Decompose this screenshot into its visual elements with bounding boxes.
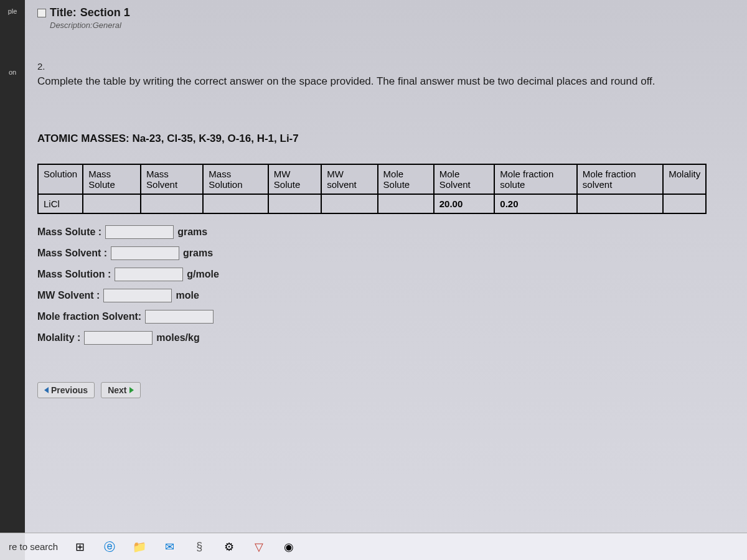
app-icon-2[interactable]: ▽ [251,539,267,555]
description-label: Description: [50,21,93,30]
label-mass-solution: Mass Solution : [37,269,111,280]
question-text: Complete the table by writing the correc… [37,74,735,89]
th-mole-solute: Mole Solute [378,164,434,194]
input-molality[interactable] [84,331,153,345]
table-row: LiCl 20.00 0.20 [38,194,706,213]
edge-icon[interactable]: ⓔ [101,539,118,555]
cell-molality[interactable] [663,194,706,213]
solution-table: Solution Mass Solute Mass Solvent Mass S… [37,164,707,214]
atomic-masses: ATOMIC MASSES: Na-23, Cl-35, K-39, O-16,… [37,133,735,145]
th-mass-solution: Mass Solution [203,164,268,194]
cell-mole-solvent: 20.00 [434,194,495,213]
file-explorer-icon[interactable]: 📁 [131,539,148,555]
cell-mw-solute[interactable] [268,194,321,213]
arrow-left-icon [44,387,49,393]
nav-buttons: Previous Next [37,382,735,398]
chrome-icon[interactable]: ◉ [281,539,297,555]
th-mw-solute: MW Solute [268,164,321,194]
question-number: 2. [37,61,735,72]
unit-mw-solvent: mole [176,290,199,301]
th-mass-solute: Mass Solute [83,164,141,194]
title-value: Section 1 [80,6,130,19]
cell-mf-solute: 0.20 [494,194,576,213]
label-mf-solvent: Mole fraction Solvent: [37,311,141,322]
input-mass-solute[interactable] [105,225,174,239]
input-row-mass-solute: Mass Solute : grams [37,225,735,239]
input-row-mf-solvent: Mole fraction Solvent: [37,310,735,324]
input-mass-solution[interactable] [115,268,183,281]
question-block: 2. Complete the table by writing the cor… [37,61,735,89]
taskbar-search[interactable]: re to search [9,541,58,552]
th-solution: Solution [38,164,83,194]
th-mw-solvent: MW solvent [321,164,377,194]
description-value: General [93,21,121,30]
th-mass-solvent: Mass Solvent [141,164,203,194]
th-mole-solvent: Mole Solvent [434,164,495,194]
settings-icon[interactable]: ⚙ [221,539,237,555]
th-molality: Molality [663,164,706,194]
input-row-molality: Molality : moles/kg [37,331,735,345]
arrow-right-icon [129,387,134,393]
taskbar: re to search ⊞ ⓔ 📁 ✉ § ⚙ ▽ ◉ [0,533,747,560]
mail-icon[interactable]: ✉ [161,539,177,555]
previous-button[interactable]: Previous [37,382,95,398]
cell-mf-solvent[interactable] [577,194,663,213]
input-row-mass-solvent: Mass Solvent : grams [37,246,735,260]
description-row: Description:General [50,21,735,30]
task-view-icon[interactable]: ⊞ [72,539,88,555]
title-label: Title: [50,6,77,19]
section-header: Title: Section 1 [37,6,735,19]
unit-mass-solution: g/mole [187,269,219,280]
label-molality: Molality : [37,332,80,343]
sidebar-tab-ple[interactable]: ple [0,2,25,20]
input-mf-solvent[interactable] [145,310,214,324]
th-mf-solvent: Mole fraction solvent [577,164,663,194]
cell-mole-solute[interactable] [378,194,434,213]
cell-mw-solvent[interactable] [321,194,377,213]
next-button[interactable]: Next [101,382,140,398]
next-label: Next [108,385,126,395]
table-header-row: Solution Mass Solute Mass Solvent Mass S… [38,164,706,194]
label-mass-solvent: Mass Solvent : [37,248,107,259]
previous-label: Previous [51,385,88,395]
unit-molality: moles/kg [156,332,199,343]
th-mf-solute: Mole fraction solute [494,164,576,194]
app-icon-1[interactable]: § [191,539,207,555]
input-row-mw-solvent: MW Solvent : mole [37,289,735,302]
input-mw-solvent[interactable] [103,289,172,302]
label-mass-solute: Mass Solute : [37,226,101,238]
cell-mass-solute[interactable] [83,194,141,213]
input-row-mass-solution: Mass Solution : g/mole [37,268,735,281]
main-content: Title: Section 1 Description:General 2. … [25,0,747,398]
input-mass-solvent[interactable] [111,246,179,260]
left-sidebar: ple on [0,0,25,560]
sidebar-tab-on[interactable]: on [0,63,25,81]
unit-mass-solute: grams [177,226,207,238]
document-icon [37,9,46,17]
cell-solution: LiCl [38,194,83,213]
cell-mass-solvent[interactable] [141,194,203,213]
label-mw-solvent: MW Solvent : [37,290,100,301]
cell-mass-solution[interactable] [203,194,268,213]
unit-mass-solvent: grams [183,248,213,259]
answer-inputs: Mass Solute : grams Mass Solvent : grams… [37,225,735,345]
